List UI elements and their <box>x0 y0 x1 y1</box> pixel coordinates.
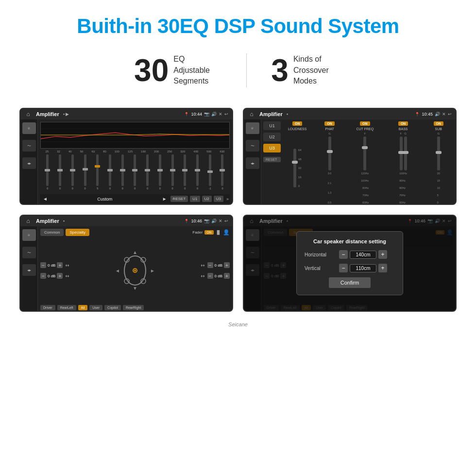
home-icon[interactable]: ⌂ <box>24 110 32 118</box>
eq-sliders: 0 0 0 <box>40 154 230 193</box>
eq-time: 10:44 <box>191 112 202 117</box>
crossover-sidebar-wave-btn[interactable]: 〜 <box>246 140 259 152</box>
front-left-plus[interactable]: + <box>57 262 63 268</box>
specialty-status-bar: ⌂ Amplifier ▪ 📍 10:46 📷 🔊 ✕ ↩ <box>20 216 232 226</box>
specialty-common-tab[interactable]: Common <box>40 229 64 236</box>
specialty-back-icon[interactable]: ↩ <box>224 219 228 223</box>
rear-left-minus[interactable]: − <box>40 273 46 279</box>
eq-sidebar-eq-btn[interactable]: ≡ <box>22 122 36 134</box>
specialty-specialty-tab[interactable]: Specialty <box>66 229 89 236</box>
eq-slider-1[interactable]: 0 <box>59 154 61 190</box>
specialty-sidebar-vol-btn[interactable]: ◂▸ <box>22 264 36 276</box>
crossover-u1-btn[interactable]: U1 <box>263 121 281 130</box>
front-left-minus[interactable]: − <box>40 262 46 268</box>
crossover-home-icon[interactable]: ⌂ <box>248 110 255 118</box>
crossover-u2-btn[interactable]: U2 <box>263 133 281 141</box>
specialty-sidebar: ≡ 〜 ◂▸ <box>20 226 38 312</box>
eq-slider-2[interactable]: 0 <box>71 154 74 190</box>
horizontal-minus-btn[interactable]: − <box>339 250 348 259</box>
eq-slider-4[interactable]: 5 <box>96 154 99 190</box>
eq-freq-labels: 253240 506380 100125160 200250320 400500… <box>40 150 230 153</box>
crossover-sidebar-eq-btn[interactable]: ≡ <box>246 122 259 134</box>
cutfreq-toggle[interactable]: ON <box>360 121 370 126</box>
fader-slider-icon[interactable]: ▐▌ <box>216 230 221 235</box>
eq-slider-10[interactable]: 0 <box>171 154 174 190</box>
crossover-u3-btn[interactable]: U3 <box>263 144 281 152</box>
eq-reset-btn[interactable]: RESET <box>170 196 188 202</box>
svg-text:►: ► <box>150 268 155 273</box>
specialty-home-icon[interactable]: ⌂ <box>24 217 32 225</box>
rear-left-plus[interactable]: + <box>57 273 63 279</box>
eq-slider-9[interactable]: 0 <box>159 154 161 190</box>
rear-right-db: ♦♦ − 0 dB + <box>201 273 230 279</box>
crossover-back-icon[interactable]: ↩ <box>448 112 452 117</box>
specialty-sidebar-wave-btn[interactable]: 〜 <box>22 247 36 258</box>
eq-slider-14[interactable]: 0 <box>221 154 223 190</box>
eq-u2-btn[interactable]: U2 <box>202 196 212 202</box>
front-right-plus[interactable]: + <box>224 262 230 268</box>
eq-slider-8[interactable]: 0 <box>146 154 149 190</box>
stat-crossover-number: 3 <box>271 52 289 88</box>
eq-back-icon[interactable]: ↩ <box>224 112 228 117</box>
eq-sidebar-wave-btn[interactable]: 〜 <box>22 140 36 152</box>
eq-slider-0[interactable]: 0 <box>46 154 49 190</box>
crossover-sidebar-vol-btn[interactable]: ◂▸ <box>246 157 259 169</box>
eq-u3-btn[interactable]: U3 <box>214 196 223 202</box>
crossover-screen-body: ≡ 〜 ◂▸ U1 U2 U3 RESET ON LOUDNESS <box>244 119 456 205</box>
eq-prev-btn[interactable]: ◄ <box>41 196 49 202</box>
eq-u1-btn[interactable]: U1 <box>190 196 200 202</box>
horizontal-plus-btn[interactable]: + <box>378 250 387 259</box>
rear-right-minus[interactable]: − <box>207 273 213 279</box>
eq-slider-7[interactable]: 0 <box>134 154 136 190</box>
eq-slider-11[interactable]: 0 <box>184 154 186 190</box>
eq-slider-12[interactable]: 0 <box>196 154 199 190</box>
fader-user-icon[interactable]: 👤 <box>223 229 230 236</box>
eq-record-icon: ▪ ▶ <box>63 112 69 117</box>
confirm-button[interactable]: Confirm <box>329 277 371 288</box>
eq-scroll-right[interactable]: » <box>226 197 229 202</box>
zone-user-btn[interactable]: User <box>89 305 102 310</box>
stat-crossover: 3 Kinds ofCrossover Modes <box>247 52 366 88</box>
zone-copilot-btn[interactable]: Copilot <box>104 305 121 310</box>
eq-next-btn[interactable]: ► <box>161 196 169 202</box>
eq-slider-13[interactable]: -1 <box>209 154 211 190</box>
fader-on-toggle[interactable]: ON <box>204 230 214 235</box>
zone-buttons: Driver RearLeft All User Copilot RearRig… <box>40 305 230 310</box>
crossover-u-buttons: U1 U2 U3 RESET <box>263 121 281 204</box>
crossover-reset-btn[interactable]: RESET <box>263 157 281 162</box>
crossover-app-name: Amplifier <box>259 111 283 117</box>
zone-all-btn[interactable]: All <box>78 305 88 310</box>
front-right-minus[interactable]: − <box>207 262 213 268</box>
fader-label: Fader <box>192 230 203 235</box>
specialty-time: 10:46 <box>191 219 202 223</box>
eq-app-name: Amplifier <box>36 111 59 117</box>
crossover-screen: ⌂ Amplifier ▪ 📍 10:45 🔊 ✕ ↩ ≡ 〜 ◂▸ U1 <box>243 108 457 205</box>
zone-rearleft-btn[interactable]: RearLeft <box>57 305 76 310</box>
specialty-status-icons: 📷 🔊 ✕ ↩ <box>204 219 228 223</box>
ch-sub: ON SUB G 20151050 <box>424 121 454 204</box>
eq-slider-6[interactable]: 0 <box>121 154 124 190</box>
horizontal-value: 140cm <box>350 251 376 259</box>
phat-toggle[interactable]: ON <box>324 121 335 126</box>
eq-sidebar-vol-btn[interactable]: ◂▸ <box>22 157 36 169</box>
zone-driver-btn[interactable]: Driver <box>40 305 55 310</box>
eq-slider-5[interactable]: 0 <box>109 154 111 190</box>
eq-slider-3[interactable]: 0 <box>84 154 86 190</box>
cutfreq-label: CUT FREQ <box>356 127 374 131</box>
specialty-tab-row: Common Specialty Fader ON ▐▌ 👤 <box>40 229 230 236</box>
vertical-plus-btn[interactable]: + <box>378 264 387 272</box>
crossover-location-icon: 📍 <box>415 112 420 117</box>
specialty-screen-body: ≡ 〜 ◂▸ Common Specialty Fader ON ▐▌ 👤 <box>20 226 232 312</box>
loudness-toggle[interactable]: ON <box>292 121 303 126</box>
eq-main-content: 253240 506380 100125160 200250320 400500… <box>38 119 232 205</box>
stat-eq: 30 EQ AdjustableSegments <box>110 52 246 88</box>
bass-toggle[interactable]: ON <box>398 121 408 126</box>
sub-toggle[interactable]: ON <box>434 121 444 126</box>
specialty-sidebar-eq-btn[interactable]: ≡ <box>22 229 36 241</box>
specialty-camera-icon: 📷 <box>204 219 209 223</box>
vertical-minus-btn[interactable]: − <box>339 264 348 272</box>
eq-camera-icon: 📷 <box>204 112 209 117</box>
rear-right-plus[interactable]: + <box>224 273 230 279</box>
fader-control: Fader ON ▐▌ 👤 <box>192 229 230 236</box>
zone-rearright-btn[interactable]: RearRight <box>123 305 144 310</box>
